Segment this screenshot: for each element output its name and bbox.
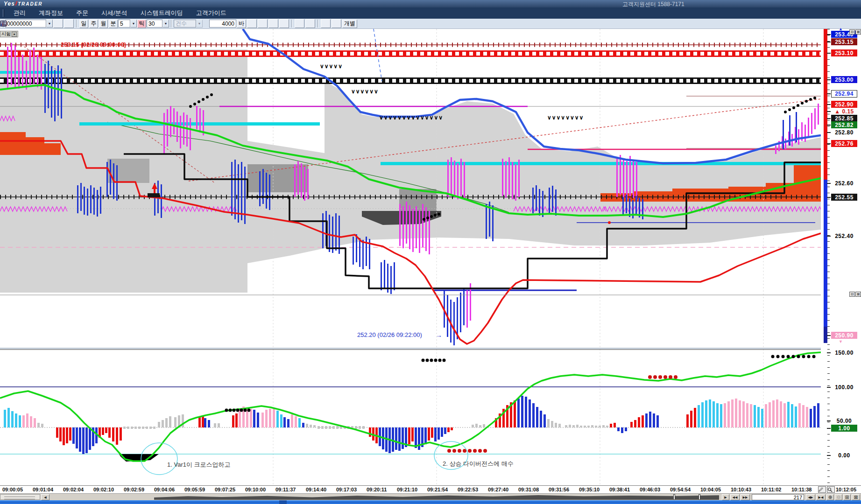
- signal-annotation-2: 2. 상승 다이버전스에 매수: [443, 460, 514, 467]
- monitor-icon[interactable]: [305, 19, 315, 28]
- search-icon[interactable]: [53, 19, 63, 28]
- time-label: 09:02:04: [63, 487, 84, 492]
- low-annotation: 252.20 (02/26 09:22:00): [357, 331, 422, 338]
- resistance-band-black: [0, 77, 821, 84]
- indicator-chart-canvas[interactable]: 1. Var1이 크로스업하고2. 상승 다이버전스에 매수: [0, 349, 821, 485]
- price-label: 252.40: [831, 232, 857, 239]
- count-dropdown-icon: ▼: [196, 20, 203, 28]
- time-label: 09:10:00: [245, 487, 266, 492]
- bar-number-input[interactable]: 217: [752, 494, 804, 500]
- time-label: 09:17:03: [336, 487, 357, 492]
- menu-item-0[interactable]: 관리: [7, 9, 32, 16]
- overview-minimap[interactable]: [154, 495, 719, 500]
- tick-dropdown-icon[interactable]: ▼: [162, 20, 169, 28]
- price-label: 253.15: [831, 38, 857, 45]
- price-label: ▲ 0.15: [831, 108, 857, 115]
- menu-item-5[interactable]: 고객가이드: [190, 9, 233, 16]
- time-label: 10:11:02: [761, 487, 781, 492]
- grid-icon[interactable]: [332, 19, 341, 28]
- menu-item-1[interactable]: 계좌정보: [32, 9, 70, 16]
- price-label: 252.80: [831, 129, 857, 136]
- rewind-icon[interactable]: ◀◀: [730, 494, 740, 500]
- individual-button[interactable]: 개별: [342, 20, 357, 28]
- collapse-icon[interactable]: ⊟: [849, 292, 855, 297]
- axis-tick: [827, 420, 831, 421]
- updown-arrows-icon[interactable]: [279, 19, 289, 28]
- chart-tab-close-icon[interactable]: ×: [12, 32, 17, 37]
- symbol-input[interactable]: 00000000: [5, 20, 46, 28]
- period-button-1[interactable]: 주: [89, 20, 98, 28]
- play-icon[interactable]: ▶: [722, 494, 729, 500]
- period-button-0[interactable]: 일: [79, 20, 88, 28]
- grid-toggle-icon[interactable]: ⊞: [843, 494, 851, 500]
- signal-dots-black: [422, 359, 446, 362]
- axis-tick: [827, 118, 831, 119]
- price-label: 252.90: [831, 101, 857, 108]
- axis-minor-ticks: [827, 29, 830, 348]
- time-label: 10:04:05: [700, 487, 721, 492]
- axis-tick: [827, 455, 831, 456]
- yestrader-window: YesTRADER 고객지원센터 1588-7171 관리계좌정보주문시세/분석…: [0, 0, 861, 504]
- close-chart-icon[interactable]: ⊠: [852, 494, 860, 500]
- line-chart-icon[interactable]: [247, 19, 257, 28]
- axis-tick: [827, 93, 831, 94]
- time-label: 09:27:40: [488, 487, 508, 492]
- os-taskbar[interactable]: [0, 500, 861, 504]
- period-button-3[interactable]: 분: [109, 20, 118, 28]
- tick-count-input[interactable]: 30: [147, 20, 162, 28]
- axis-tick: [827, 34, 831, 35]
- low-annotation-arrow: →: [436, 331, 442, 339]
- time-label: 09:04:06: [154, 487, 175, 492]
- time-label: 09:31:56: [549, 487, 569, 492]
- menu-item-2[interactable]: 주문: [70, 9, 95, 16]
- contract-icon[interactable]: ▶◀: [816, 494, 826, 500]
- symbol-dropdown-icon[interactable]: ▼: [46, 20, 53, 28]
- toolbar-separator: [291, 20, 292, 28]
- zoom-in-icon[interactable]: ⊕: [826, 494, 834, 500]
- w-markers: ∨∨∨∨∨∨∨∨∨∨∨∨∨∨: [379, 114, 443, 121]
- time-label: 09:38:41: [609, 487, 630, 492]
- period-button-2[interactable]: 월: [99, 20, 108, 28]
- axis-tick: [827, 53, 831, 54]
- zoom-out-icon[interactable]: ⊖: [835, 494, 842, 500]
- close-pane-icon[interactable]: ⊠: [855, 29, 861, 35]
- expand-icon[interactable]: ◀▶: [806, 494, 815, 500]
- time-label: 09:07:25: [215, 487, 235, 492]
- chart-region: 시험 × ∨∨∨∨∨∨∨∨∨∨∨∨∨∨∨∨∨∨∨∨∨∨∨∨∨∨∨∨∨∨∨∨∨25…: [0, 29, 861, 504]
- menu-item-4[interactable]: 시스템트레이딩: [134, 9, 190, 16]
- fast-forward-icon[interactable]: ▶▶: [741, 494, 750, 500]
- chart-tab[interactable]: 시험 ×: [0, 31, 18, 37]
- pencil-icon[interactable]: [818, 486, 826, 493]
- tick-button[interactable]: 틱: [137, 20, 146, 28]
- bar-count-input[interactable]: 4000: [209, 20, 236, 28]
- menu-grip: [3, 9, 4, 17]
- split-chart-icon[interactable]: [321, 19, 331, 28]
- black-dot-diag: [784, 97, 816, 113]
- toolbar-separator: [76, 20, 77, 28]
- close-pane-icon[interactable]: ⊠: [855, 292, 861, 297]
- axis-tick: [827, 132, 831, 133]
- price-label: 253.10: [831, 49, 857, 56]
- main-chart-canvas[interactable]: ∨∨∨∨∨∨∨∨∨∨∨∨∨∨∨∨∨∨∨∨∨∨∨∨∨∨∨∨∨∨∨∨∨253.15 …: [0, 29, 821, 348]
- bar-unit-button[interactable]: 바: [237, 20, 246, 28]
- price-label: 252.94: [831, 90, 857, 98]
- menu-item-3[interactable]: 시세/분석: [95, 9, 134, 16]
- volume-chart-icon[interactable]: [258, 19, 268, 28]
- search-cancel-icon[interactable]: [64, 19, 74, 28]
- bar-chart-icon[interactable]: [268, 19, 278, 28]
- time-label: 10:10:43: [731, 487, 751, 492]
- time-label: 09:31:08: [518, 487, 539, 492]
- minimap-handle[interactable]: [699, 494, 700, 500]
- magnifier-icon[interactable]: [827, 486, 835, 493]
- title-bar: YesTRADER 고객지원센터 1588-7171: [0, 0, 861, 7]
- shade-patch: [247, 164, 308, 192]
- minute-input[interactable]: 5: [118, 20, 130, 28]
- scrollbar-track[interactable]: [0, 494, 40, 500]
- count-combo-disabled: 건수: [174, 20, 196, 28]
- minimap-handle[interactable]: [673, 494, 675, 500]
- scroll-left-icon[interactable]: ◀: [41, 494, 49, 500]
- new-doc-icon[interactable]: [295, 19, 304, 28]
- collapse-icon[interactable]: ⊟: [849, 29, 855, 35]
- price-axis: ▲ ▼ 253.40253.15253.10253.00252.94252.90…: [821, 29, 861, 485]
- minute-dropdown-icon[interactable]: ▼: [130, 20, 137, 28]
